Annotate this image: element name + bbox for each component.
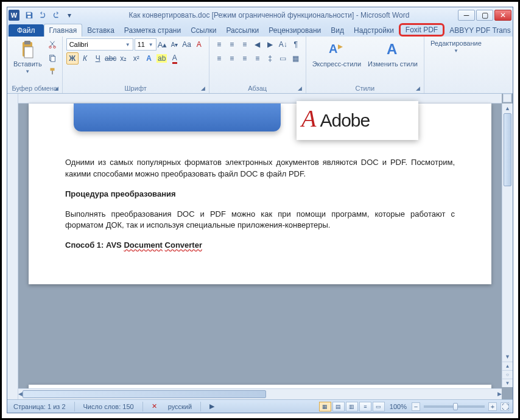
quick-styles-icon: A bbox=[327, 40, 346, 59]
tab-view[interactable]: Вид bbox=[326, 24, 349, 37]
sort-button[interactable]: A↓ bbox=[277, 38, 289, 51]
multilevel-button[interactable]: ≡ bbox=[239, 38, 251, 51]
change-styles-button[interactable]: A Изменить стили bbox=[365, 38, 420, 69]
format-painter-button[interactable] bbox=[46, 65, 58, 77]
change-case[interactable]: Aa bbox=[181, 38, 193, 51]
minimize-button[interactable]: ─ bbox=[458, 10, 475, 21]
scroll-up[interactable]: ▲ bbox=[502, 103, 513, 113]
document-body[interactable]: Одними из самых популярных форматов элек… bbox=[65, 157, 455, 251]
zoom-slider[interactable] bbox=[424, 405, 485, 408]
scroll-right[interactable]: ▶ bbox=[497, 389, 502, 399]
language-indicator[interactable]: русский bbox=[166, 403, 194, 410]
align-center[interactable]: ≡ bbox=[226, 52, 238, 65]
tab-review[interactable]: Рецензировани bbox=[264, 24, 326, 37]
ruler-toggle[interactable] bbox=[503, 94, 511, 102]
paragraph-launcher[interactable]: ◢ bbox=[298, 85, 302, 91]
italic-button[interactable]: К bbox=[79, 52, 91, 65]
zoom-in[interactable]: + bbox=[488, 402, 497, 411]
tab-insert[interactable]: Вставка bbox=[82, 24, 119, 37]
outline-view[interactable]: ≡ bbox=[359, 402, 371, 411]
print-layout-view[interactable]: ▦ bbox=[319, 402, 331, 411]
tab-addins[interactable]: Надстройки bbox=[349, 24, 399, 37]
minimize-ribbon[interactable]: ▵ bbox=[516, 27, 520, 37]
tab-home[interactable]: Главная bbox=[44, 24, 83, 37]
web-view[interactable]: ▥ bbox=[346, 402, 358, 411]
align-right[interactable]: ≡ bbox=[239, 52, 251, 65]
scroll-left[interactable]: ◀ bbox=[18, 389, 23, 399]
superscript-button[interactable]: x² bbox=[130, 52, 142, 65]
quick-styles-button[interactable]: A Экспресс-стили bbox=[310, 38, 364, 69]
tab-layout[interactable]: Разметка страни bbox=[119, 24, 186, 37]
proofing-button[interactable]: ✕ bbox=[149, 402, 160, 410]
tab-mailings[interactable]: Рассылки bbox=[221, 24, 264, 37]
paste-button[interactable]: Вставить ▼ bbox=[11, 38, 44, 75]
editing-dropdown[interactable]: Редактирование ▼ bbox=[428, 38, 484, 55]
dec-indent[interactable]: ◀ bbox=[251, 38, 264, 51]
svg-rect-3 bbox=[24, 41, 30, 44]
page-1[interactable]: A Adobe Одними из самых популярных форма… bbox=[29, 103, 491, 284]
underline-button[interactable]: Ч bbox=[92, 52, 104, 65]
font-color-button[interactable]: A bbox=[169, 52, 181, 65]
scroll-down[interactable]: ▼ bbox=[502, 352, 513, 362]
prev-page-button[interactable]: ▲ bbox=[502, 362, 513, 370]
clear-format[interactable]: A bbox=[193, 38, 205, 51]
paragraph-label: Абзац◢ bbox=[213, 84, 302, 93]
scroll-thumb-h[interactable] bbox=[23, 390, 266, 398]
align-left[interactable]: ≡ bbox=[213, 52, 225, 65]
scroll-thumb-v[interactable] bbox=[504, 113, 511, 186]
strike-button[interactable]: abc bbox=[105, 52, 117, 65]
word-count[interactable]: Число слов: 150 bbox=[81, 403, 136, 410]
shrink-font[interactable]: A▾ bbox=[169, 38, 181, 51]
subscript-button[interactable]: x₂ bbox=[118, 52, 130, 65]
copy-button[interactable] bbox=[46, 52, 58, 64]
borders-button[interactable]: ▦ bbox=[290, 52, 302, 65]
zoom-fit[interactable]: ⛶ bbox=[501, 402, 509, 411]
tab-file[interactable]: Файл bbox=[9, 24, 44, 37]
page-indicator[interactable]: Страница: 1 из 2 bbox=[11, 403, 68, 410]
shading-button[interactable]: ▭ bbox=[277, 52, 289, 65]
highlight-button[interactable]: ab bbox=[156, 52, 168, 65]
vertical-ruler[interactable] bbox=[7, 94, 18, 399]
zoom-out[interactable]: − bbox=[412, 402, 420, 411]
group-styles: A Экспресс-стили A Изменить стили Стили◢ bbox=[306, 37, 424, 93]
clipboard-launcher[interactable]: ◢ bbox=[54, 85, 58, 91]
font-size-combo[interactable]: 11▼ bbox=[135, 38, 156, 51]
svg-rect-9 bbox=[50, 68, 54, 71]
next-page-button[interactable]: ▼ bbox=[502, 379, 513, 387]
font-launcher[interactable]: ◢ bbox=[201, 85, 205, 91]
align-justify[interactable]: ≡ bbox=[251, 52, 264, 65]
styles-launcher[interactable]: ◢ bbox=[416, 85, 420, 91]
browse-object-button[interactable]: ○ bbox=[502, 370, 513, 379]
draft-view[interactable]: ▭ bbox=[373, 402, 385, 411]
group-paragraph: ≡ ≡ ≡ ◀ ▶ A↓ ¶ ≡ ≡ ≡ ≡ ‡ ▭ ▦ А bbox=[209, 37, 306, 93]
grow-font[interactable]: A▴ bbox=[156, 38, 169, 51]
maximize-button[interactable]: ▢ bbox=[476, 10, 493, 21]
zoom-level[interactable]: 100% bbox=[390, 403, 407, 410]
close-button[interactable]: ✕ bbox=[494, 10, 511, 21]
undo-button[interactable] bbox=[37, 9, 49, 21]
font-label: Шрифт◢ bbox=[66, 84, 205, 93]
reading-view[interactable]: ▤ bbox=[332, 402, 345, 411]
horizontal-ruler[interactable] bbox=[18, 94, 502, 103]
redo-button[interactable] bbox=[50, 9, 62, 21]
line-spacing[interactable]: ‡ bbox=[264, 52, 276, 65]
zoom-slider-thumb[interactable] bbox=[453, 403, 458, 410]
tab-abbyy[interactable]: ABBYY PDF Trans bbox=[444, 24, 515, 37]
font-name-combo[interactable]: Calibri▼ bbox=[66, 38, 133, 51]
macro-indicator[interactable]: ▶ bbox=[207, 402, 217, 410]
inc-indent[interactable]: ▶ bbox=[264, 38, 276, 51]
svg-rect-1 bbox=[27, 16, 30, 18]
show-marks[interactable]: ¶ bbox=[290, 38, 302, 51]
vertical-scrollbar[interactable]: ▲ ▼ ▲ ○ ▼ bbox=[502, 103, 513, 387]
tab-foxit-pdf[interactable]: Foxit PDF bbox=[399, 23, 444, 37]
bold-button[interactable]: Ж bbox=[66, 52, 79, 65]
bullets-button[interactable]: ≡ bbox=[213, 38, 225, 51]
text-effects[interactable]: A bbox=[143, 52, 155, 65]
tab-references[interactable]: Ссылки bbox=[186, 24, 221, 37]
save-button[interactable] bbox=[23, 9, 35, 21]
title-text: Как конвертировать.doc [Режим ограниченн… bbox=[80, 11, 458, 19]
qat-customize[interactable]: ▾ bbox=[63, 9, 76, 21]
cut-button[interactable] bbox=[46, 38, 58, 51]
numbering-button[interactable]: ≡ bbox=[226, 38, 238, 51]
horizontal-scrollbar[interactable]: ◀ ▶ bbox=[18, 388, 502, 399]
